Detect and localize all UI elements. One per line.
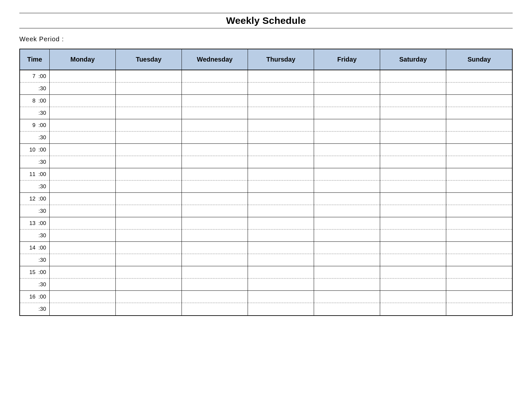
- schedule-cell[interactable]: [116, 132, 182, 144]
- schedule-cell[interactable]: [314, 107, 380, 119]
- schedule-cell[interactable]: [314, 254, 380, 266]
- schedule-cell[interactable]: [50, 230, 116, 242]
- schedule-cell[interactable]: [380, 83, 446, 95]
- schedule-cell[interactable]: [446, 242, 512, 254]
- schedule-cell[interactable]: [50, 168, 116, 181]
- schedule-cell[interactable]: [50, 242, 116, 254]
- schedule-cell[interactable]: [380, 193, 446, 205]
- schedule-cell[interactable]: [314, 193, 380, 205]
- schedule-cell[interactable]: [380, 205, 446, 217]
- schedule-cell[interactable]: [182, 107, 248, 119]
- schedule-cell[interactable]: [248, 107, 314, 119]
- schedule-cell[interactable]: [380, 303, 446, 315]
- schedule-cell[interactable]: [380, 119, 446, 132]
- schedule-cell[interactable]: [182, 83, 248, 95]
- schedule-cell[interactable]: [182, 217, 248, 230]
- schedule-cell[interactable]: [314, 95, 380, 107]
- schedule-cell[interactable]: [380, 217, 446, 230]
- schedule-cell[interactable]: [182, 242, 248, 254]
- schedule-cell[interactable]: [380, 242, 446, 254]
- schedule-cell[interactable]: [446, 156, 512, 168]
- schedule-cell[interactable]: [380, 156, 446, 168]
- schedule-cell[interactable]: [116, 291, 182, 303]
- schedule-cell[interactable]: [50, 132, 116, 144]
- schedule-cell[interactable]: [446, 70, 512, 83]
- schedule-cell[interactable]: [116, 156, 182, 168]
- schedule-cell[interactable]: [446, 107, 512, 119]
- schedule-cell[interactable]: [248, 217, 314, 230]
- schedule-cell[interactable]: [380, 254, 446, 266]
- schedule-cell[interactable]: [446, 291, 512, 303]
- schedule-cell[interactable]: [116, 95, 182, 107]
- schedule-cell[interactable]: [314, 70, 380, 83]
- schedule-cell[interactable]: [116, 266, 182, 279]
- schedule-cell[interactable]: [50, 279, 116, 291]
- schedule-cell[interactable]: [248, 144, 314, 156]
- schedule-cell[interactable]: [50, 156, 116, 168]
- schedule-cell[interactable]: [182, 254, 248, 266]
- schedule-cell[interactable]: [182, 303, 248, 315]
- schedule-cell[interactable]: [248, 242, 314, 254]
- schedule-cell[interactable]: [314, 181, 380, 193]
- schedule-cell[interactable]: [182, 144, 248, 156]
- schedule-cell[interactable]: [248, 303, 314, 315]
- schedule-cell[interactable]: [116, 279, 182, 291]
- schedule-cell[interactable]: [116, 83, 182, 95]
- schedule-cell[interactable]: [380, 181, 446, 193]
- schedule-cell[interactable]: [182, 119, 248, 132]
- schedule-cell[interactable]: [50, 205, 116, 217]
- schedule-cell[interactable]: [314, 156, 380, 168]
- schedule-cell[interactable]: [116, 144, 182, 156]
- schedule-cell[interactable]: [314, 83, 380, 95]
- schedule-cell[interactable]: [248, 279, 314, 291]
- schedule-cell[interactable]: [248, 254, 314, 266]
- schedule-cell[interactable]: [50, 254, 116, 266]
- schedule-cell[interactable]: [182, 266, 248, 279]
- schedule-cell[interactable]: [380, 132, 446, 144]
- schedule-cell[interactable]: [248, 95, 314, 107]
- schedule-cell[interactable]: [446, 217, 512, 230]
- schedule-cell[interactable]: [314, 303, 380, 315]
- schedule-cell[interactable]: [182, 193, 248, 205]
- schedule-cell[interactable]: [248, 119, 314, 132]
- schedule-cell[interactable]: [116, 205, 182, 217]
- schedule-cell[interactable]: [314, 168, 380, 181]
- schedule-cell[interactable]: [314, 205, 380, 217]
- schedule-cell[interactable]: [248, 181, 314, 193]
- schedule-cell[interactable]: [50, 217, 116, 230]
- schedule-cell[interactable]: [380, 266, 446, 279]
- schedule-cell[interactable]: [50, 95, 116, 107]
- schedule-cell[interactable]: [446, 181, 512, 193]
- schedule-cell[interactable]: [314, 132, 380, 144]
- schedule-cell[interactable]: [380, 144, 446, 156]
- schedule-cell[interactable]: [314, 119, 380, 132]
- schedule-cell[interactable]: [182, 132, 248, 144]
- schedule-cell[interactable]: [116, 254, 182, 266]
- schedule-cell[interactable]: [314, 266, 380, 279]
- schedule-cell[interactable]: [446, 254, 512, 266]
- schedule-cell[interactable]: [446, 83, 512, 95]
- schedule-cell[interactable]: [116, 181, 182, 193]
- schedule-cell[interactable]: [446, 266, 512, 279]
- schedule-cell[interactable]: [446, 144, 512, 156]
- schedule-cell[interactable]: [182, 181, 248, 193]
- schedule-cell[interactable]: [116, 70, 182, 83]
- schedule-cell[interactable]: [50, 107, 116, 119]
- schedule-cell[interactable]: [248, 70, 314, 83]
- schedule-cell[interactable]: [116, 230, 182, 242]
- schedule-cell[interactable]: [182, 291, 248, 303]
- schedule-cell[interactable]: [50, 83, 116, 95]
- schedule-cell[interactable]: [248, 193, 314, 205]
- schedule-cell[interactable]: [314, 242, 380, 254]
- schedule-cell[interactable]: [314, 291, 380, 303]
- schedule-cell[interactable]: [314, 144, 380, 156]
- schedule-cell[interactable]: [182, 70, 248, 83]
- schedule-cell[interactable]: [446, 119, 512, 132]
- schedule-cell[interactable]: [50, 144, 116, 156]
- schedule-cell[interactable]: [446, 95, 512, 107]
- schedule-cell[interactable]: [248, 168, 314, 181]
- schedule-cell[interactable]: [182, 168, 248, 181]
- schedule-cell[interactable]: [116, 107, 182, 119]
- schedule-cell[interactable]: [314, 279, 380, 291]
- schedule-cell[interactable]: [50, 291, 116, 303]
